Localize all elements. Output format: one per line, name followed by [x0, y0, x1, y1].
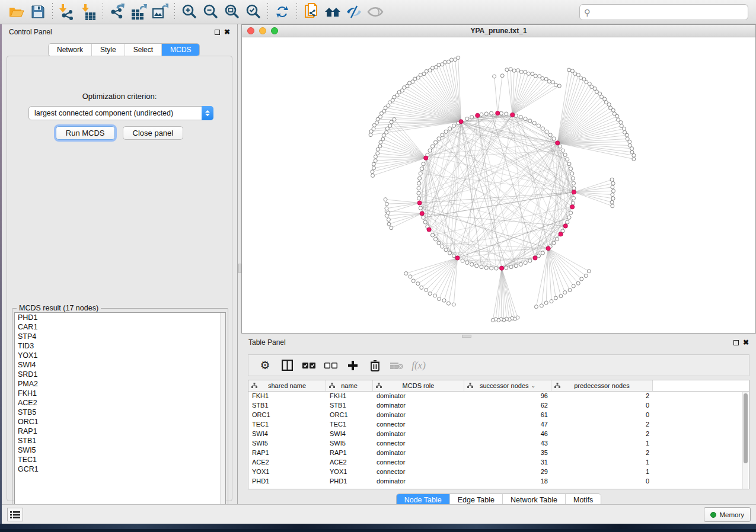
graph-leaf-node[interactable] — [371, 174, 375, 177]
graph-node[interactable] — [541, 251, 544, 255]
add-column-icon[interactable] — [344, 357, 361, 374]
graph-leaf-node[interactable] — [433, 294, 437, 297]
graph-node[interactable] — [555, 238, 559, 241]
graph-leaf-node[interactable] — [554, 296, 557, 300]
graph-leaf-node[interactable] — [385, 202, 388, 206]
graph-node[interactable] — [566, 158, 569, 161]
zoom-out-icon[interactable] — [200, 2, 221, 22]
graph-node[interactable] — [569, 211, 572, 214]
result-node-item[interactable]: STP4 — [15, 332, 225, 341]
graph-leaf-node[interactable] — [369, 133, 372, 137]
graph-node[interactable] — [537, 124, 540, 127]
graph-leaf-node[interactable] — [372, 162, 375, 166]
graph-leaf-node[interactable] — [390, 120, 393, 124]
graph-leaf-node[interactable] — [611, 197, 615, 200]
graph-leaf-node[interactable] — [603, 97, 607, 101]
graph-node[interactable] — [519, 116, 522, 119]
result-node-item[interactable]: STB1 — [15, 436, 225, 446]
column-header-predecessor-nodes[interactable]: predecessor nodes — [551, 380, 653, 391]
close-panel-button[interactable]: Close panel — [123, 126, 184, 140]
graph-node[interactable] — [417, 181, 421, 185]
horizontal-splitter-handle[interactable] — [462, 335, 471, 338]
search-input[interactable] — [590, 8, 748, 17]
graph-leaf-node[interactable] — [493, 75, 496, 78]
graph-leaf-node[interactable] — [376, 148, 379, 151]
result-node-item[interactable]: PMA2 — [15, 379, 225, 389]
column-header-successor-nodes[interactable]: successor nodes ⌄ — [464, 380, 551, 391]
result-node-item[interactable]: ACE2 — [15, 398, 225, 408]
network-graph[interactable] — [242, 37, 755, 333]
graph-hub-node[interactable] — [476, 113, 480, 117]
graph-hub-node[interactable] — [455, 256, 460, 260]
column-header-shared-name[interactable]: shared name — [248, 380, 326, 391]
search-box[interactable]: ⚲ — [579, 4, 748, 20]
graph-leaf-node[interactable] — [579, 76, 582, 79]
graph-hub-node[interactable] — [556, 141, 560, 145]
graph-leaf-node[interactable] — [375, 121, 379, 124]
table-scrollbar[interactable] — [742, 392, 748, 489]
graph-leaf-node[interactable] — [541, 76, 544, 80]
graph-node[interactable] — [509, 265, 513, 268]
result-node-item[interactable]: ORC1 — [15, 417, 225, 427]
close-panel-icon[interactable]: ✖ — [743, 340, 749, 345]
graph-node[interactable] — [490, 267, 493, 270]
graph-node[interactable] — [484, 266, 488, 270]
graph-leaf-node[interactable] — [413, 77, 417, 81]
graph-leaf-node[interactable] — [444, 60, 447, 64]
graph-node[interactable] — [528, 119, 532, 123]
graph-leaf-node[interactable] — [540, 304, 543, 307]
graph-leaf-node[interactable] — [585, 81, 588, 84]
graph-leaf-node[interactable] — [619, 121, 623, 124]
graph-leaf-node[interactable] — [632, 153, 636, 157]
graph-leaf-node[interactable] — [516, 69, 520, 72]
graph-node[interactable] — [452, 254, 455, 258]
graph-leaf-node[interactable] — [538, 75, 541, 78]
show-details-icon[interactable] — [365, 2, 386, 22]
graph-node[interactable] — [572, 196, 575, 200]
graph-leaf-node[interactable] — [381, 137, 385, 141]
graph-node[interactable] — [444, 248, 448, 252]
graph-leaf-node[interactable] — [505, 68, 509, 72]
graph-leaf-node[interactable] — [527, 72, 530, 75]
graph-leaf-node[interactable] — [419, 73, 422, 76]
vertical-splitter[interactable] — [237, 24, 241, 509]
graph-node[interactable] — [448, 251, 452, 255]
tab-network[interactable]: Network — [49, 44, 91, 56]
result-list-scrollbar[interactable] — [220, 313, 225, 521]
graph-hub-node[interactable] — [563, 224, 567, 228]
delete-column-icon[interactable] — [366, 357, 383, 374]
graph-leaf-node[interactable] — [534, 305, 538, 309]
graph-node[interactable] — [505, 266, 508, 270]
tab-select[interactable]: Select — [125, 44, 161, 56]
result-node-item[interactable]: PHD1 — [15, 313, 225, 322]
hide-details-icon[interactable] — [343, 2, 365, 22]
graph-leaf-node[interactable] — [547, 79, 551, 83]
graph-leaf-node[interactable] — [559, 294, 563, 298]
graph-node[interactable] — [484, 112, 488, 116]
import-table-icon[interactable] — [78, 2, 99, 22]
table-row[interactable]: SWI4SWI4dominator462 — [248, 430, 749, 439]
graph-node[interactable] — [430, 233, 434, 237]
graph-node[interactable] — [566, 220, 569, 224]
zoom-in-icon[interactable] — [178, 2, 200, 22]
graph-node[interactable] — [419, 206, 422, 210]
graph-leaf-node[interactable] — [534, 74, 537, 78]
graph-node[interactable] — [465, 261, 469, 264]
graph-leaf-node[interactable] — [378, 115, 382, 118]
export-image-icon[interactable] — [149, 2, 171, 22]
graph-leaf-node[interactable] — [376, 152, 379, 155]
graph-leaf-node[interactable] — [568, 289, 572, 292]
result-node-item[interactable]: SWI5 — [15, 446, 225, 455]
graph-leaf-node[interactable] — [567, 68, 571, 72]
split-panel-icon[interactable] — [279, 357, 295, 374]
graph-leaf-node[interactable] — [371, 170, 374, 174]
graph-hub-node[interactable] — [459, 120, 463, 124]
graph-leaf-node[interactable] — [563, 291, 567, 294]
graph-leaf-node[interactable] — [611, 185, 614, 189]
graph-leaf-node[interactable] — [519, 70, 523, 73]
graph-leaf-node[interactable] — [509, 68, 512, 71]
result-node-item[interactable]: TEC1 — [15, 455, 225, 464]
network-window-titlebar[interactable]: YPA_prune.txt_1 — [242, 25, 755, 37]
graph-leaf-node[interactable] — [452, 303, 455, 306]
open-session-icon[interactable] — [6, 2, 27, 22]
